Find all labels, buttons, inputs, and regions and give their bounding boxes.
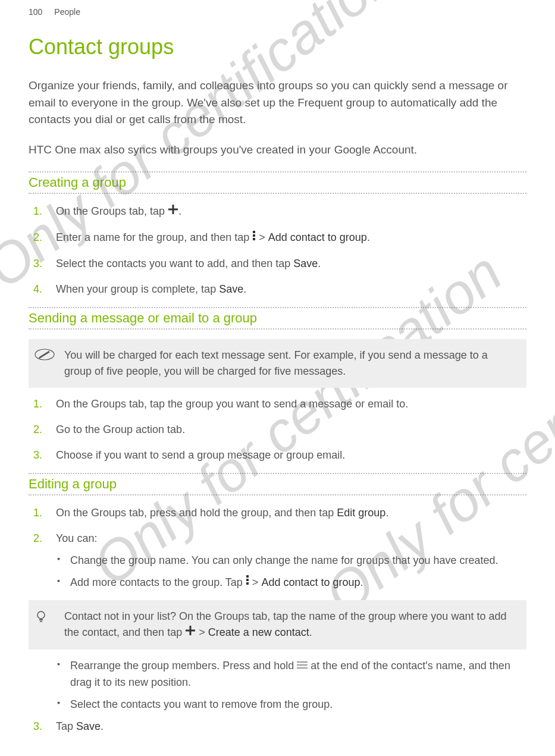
svg-rect-2 bbox=[253, 231, 255, 233]
svg-rect-15 bbox=[297, 664, 308, 666]
svg-rect-7 bbox=[246, 579, 249, 581]
step-text: Select the contacts you want to add, and… bbox=[56, 258, 293, 269]
info-text: . bbox=[309, 626, 312, 638]
drag-handle-icon bbox=[297, 658, 308, 674]
svg-rect-10 bbox=[39, 619, 43, 620]
step-text: On the Groups tab, press and hold the gr… bbox=[56, 507, 337, 519]
svg-rect-8 bbox=[246, 582, 249, 585]
step-text-bold: Edit group bbox=[337, 507, 385, 519]
step-item: Select the contacts you want to add, and… bbox=[56, 256, 526, 272]
step-item: Tap Save. bbox=[56, 719, 526, 735]
step-item: Choose if you want to send a group messa… bbox=[56, 447, 526, 463]
editing-steps: On the Groups tab, press and hold the gr… bbox=[29, 505, 526, 591]
step-text: On the Groups tab, tap bbox=[56, 205, 168, 217]
overflow-menu-icon bbox=[252, 230, 256, 246]
sending-steps: On the Groups tab, tap the group you wan… bbox=[29, 396, 526, 463]
svg-rect-6 bbox=[246, 575, 249, 578]
info-text-bold: Create a new contact bbox=[208, 626, 309, 638]
intro-block: Organize your friends, family, and colle… bbox=[29, 77, 526, 158]
info-text: > bbox=[196, 626, 208, 638]
intro-paragraph: Organize your friends, family, and colle… bbox=[29, 77, 526, 128]
step-item: On the Groups tab, press and hold the gr… bbox=[56, 505, 526, 521]
step-text-bold: Save bbox=[76, 720, 101, 732]
step-text: . bbox=[178, 205, 181, 217]
step-text: Tap bbox=[56, 720, 76, 732]
svg-rect-3 bbox=[253, 234, 255, 237]
step-text: > bbox=[256, 231, 268, 243]
editing-continued: Rearrange the group members. Press and h… bbox=[29, 658, 526, 713]
page-number: 100 bbox=[29, 7, 42, 17]
pencil-icon bbox=[35, 349, 55, 365]
step-text-bold: Save bbox=[219, 283, 243, 295]
step-text: . bbox=[385, 507, 388, 519]
bullet-text: Add more contacts to the group. Tap bbox=[70, 576, 246, 588]
svg-rect-4 bbox=[253, 238, 255, 240]
svg-rect-14 bbox=[297, 661, 308, 663]
step-text: . bbox=[367, 231, 370, 243]
bullet-text: > bbox=[249, 576, 262, 588]
step-text: You can: bbox=[56, 532, 97, 544]
section-divider: Editing a group bbox=[29, 473, 526, 495]
bullet-item: Rearrange the group members. Press and h… bbox=[70, 658, 526, 691]
svg-rect-13 bbox=[186, 630, 195, 632]
plus-icon bbox=[185, 625, 196, 641]
bullet-item: Change the group name. You can only chan… bbox=[70, 553, 526, 569]
tip-text: You will be charged for each text messag… bbox=[64, 349, 488, 377]
step-text: When your group is complete, tap bbox=[56, 283, 219, 295]
bullet-item: Select the contacts you want to remove f… bbox=[70, 697, 526, 713]
step-item: When your group is complete, tap Save. bbox=[56, 281, 526, 297]
svg-rect-16 bbox=[297, 667, 308, 669]
intro-paragraph: HTC One max also syncs with groups you'v… bbox=[29, 142, 526, 159]
bullet-item: Add more contacts to the group. Tap > Ad… bbox=[70, 575, 526, 591]
creating-steps: On the Groups tab, tap . Enter a name fo… bbox=[29, 203, 526, 297]
step-item: Enter a name for the group, and then tap… bbox=[56, 230, 526, 246]
bullet-text-bold: Add contact to group bbox=[261, 576, 360, 588]
step-item: You can: Change the group name. You can … bbox=[56, 531, 526, 591]
step-text: . bbox=[101, 720, 104, 732]
overflow-menu-icon bbox=[246, 574, 249, 590]
step-text: Enter a name for the group, and then tap bbox=[56, 231, 252, 243]
tip-callout: You will be charged for each text messag… bbox=[29, 339, 526, 388]
section-heading: Sending a message or email to a group bbox=[29, 310, 526, 326]
lightbulb-icon bbox=[35, 610, 48, 628]
svg-rect-1 bbox=[168, 208, 178, 210]
info-callout: Contact not in your list? On the Groups … bbox=[29, 600, 526, 650]
page-title: Contact groups bbox=[29, 34, 526, 59]
step-item: Go to the Group action tab. bbox=[56, 422, 526, 438]
section-heading: Creating a group bbox=[29, 175, 526, 190]
svg-rect-11 bbox=[40, 621, 42, 622]
page-header: 100 People bbox=[29, 0, 526, 34]
section-divider: Creating a group bbox=[29, 171, 526, 194]
plus-icon bbox=[168, 203, 178, 219]
step-text-bold: Add contact to group bbox=[268, 231, 367, 243]
step-item: On the Groups tab, tap . bbox=[56, 203, 526, 220]
sub-bullets: Change the group name. You can only chan… bbox=[56, 553, 526, 591]
step-item: On the Groups tab, tap the group you wan… bbox=[56, 396, 526, 412]
bullet-text: . bbox=[360, 576, 363, 588]
step-text-bold: Save bbox=[293, 258, 318, 269]
step-text: . bbox=[243, 283, 246, 295]
step-text: . bbox=[318, 258, 321, 269]
bullet-text: Rearrange the group members. Press and h… bbox=[70, 660, 297, 672]
sub-bullets: Rearrange the group members. Press and h… bbox=[56, 658, 526, 713]
section-heading: Editing a group bbox=[29, 476, 526, 492]
editing-steps-cont: Tap Save. bbox=[29, 719, 526, 735]
section-divider: Sending a message or email to a group bbox=[29, 307, 526, 330]
section-title: People bbox=[54, 7, 80, 17]
svg-point-9 bbox=[37, 611, 45, 619]
